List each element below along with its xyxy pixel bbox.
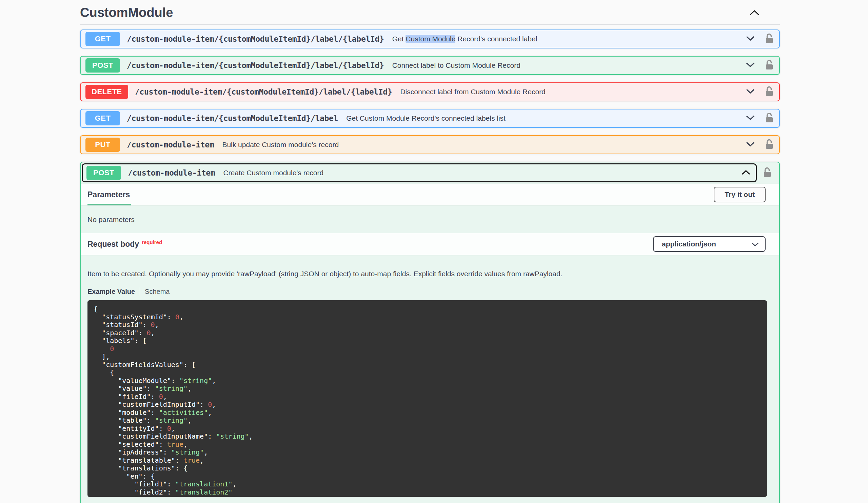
method-badge: DELETE	[85, 85, 128, 99]
authorize-button[interactable]	[765, 60, 774, 72]
operation-row[interactable]: GET /custom-module-item/{customModuleIte…	[80, 30, 780, 49]
section-collapse-button[interactable]	[748, 9, 761, 18]
chevron-down-icon	[746, 62, 755, 69]
content-type-value: application/json	[662, 240, 716, 248]
content-type-select[interactable]: application/json	[653, 236, 766, 252]
chevron-up-icon	[742, 170, 750, 176]
operation-description: Connect label to Custom Module Record	[392, 61, 520, 70]
unlock-icon	[763, 167, 772, 179]
description-text: Get	[392, 35, 406, 43]
method-badge: PUT	[85, 138, 120, 152]
unlock-icon	[765, 33, 774, 45]
parameters-tab[interactable]: Parameters	[87, 184, 130, 206]
authorize-button[interactable]	[765, 113, 774, 124]
parameters-header: Parameters Try it out	[81, 184, 779, 206]
tab-example-value[interactable]: Example Value	[87, 288, 135, 295]
method-badge: GET	[85, 32, 120, 46]
endpoint-path: /custom-module-item	[128, 168, 215, 177]
operation-row[interactable]: DELETE /custom-module-item/{customModule…	[80, 82, 780, 101]
operation-description: Disconnect label from Custom Module Reco…	[400, 88, 545, 96]
expand-operation-button[interactable]	[746, 62, 755, 69]
request-body-header: Request body required application/json	[81, 233, 779, 255]
authorize-button[interactable]	[765, 33, 774, 45]
endpoint-path: /custom-module-item/{customModuleItemId}…	[135, 87, 392, 96]
collapse-operation-button[interactable]: POST /custom-module-item Create Custom m…	[82, 164, 757, 182]
operation-expanded: POST /custom-module-item Create Custom m…	[80, 162, 780, 503]
unlock-icon	[765, 139, 774, 151]
unlock-icon	[765, 113, 774, 124]
method-badge: GET	[85, 111, 120, 125]
endpoint-path: /custom-module-item	[127, 140, 214, 149]
expand-operation-button[interactable]	[746, 36, 755, 42]
operation-summary: POST /custom-module-item Create Custom m…	[81, 163, 779, 182]
example-code[interactable]: { "statusSystemId": 0, "statusId": 0, "s…	[87, 300, 767, 497]
example-tabs: Example Value Schema	[87, 287, 767, 295]
chevron-up-icon	[749, 12, 760, 17]
operation-description: Bulk update Custom module's record	[222, 141, 339, 149]
method-badge: POST	[86, 166, 121, 180]
tab-schema[interactable]: Schema	[145, 288, 169, 295]
authorize-button[interactable]	[765, 86, 774, 98]
chevron-down-icon	[746, 36, 755, 42]
operation-description: Get Custom Module Record's connected lab…	[346, 114, 506, 122]
authorize-button[interactable]	[763, 167, 772, 179]
endpoint-path: /custom-module-item/{customModuleItemId}…	[127, 114, 338, 123]
operation-row[interactable]: GET /custom-module-item/{customModuleIte…	[80, 109, 780, 128]
authorize-button[interactable]	[765, 139, 774, 151]
search-highlight: Custom Module	[405, 35, 455, 43]
required-badge: required	[142, 239, 162, 245]
operation-row[interactable]: PUT /custom-module-item Bulk update Cust…	[80, 135, 780, 154]
description-text: Record's connected label	[455, 35, 537, 43]
unlock-icon	[765, 60, 774, 72]
section-title: CustomModule	[80, 0, 780, 20]
tab-separator	[140, 287, 140, 295]
endpoint-path: /custom-module-item/{customModuleItemId}…	[127, 61, 384, 70]
request-body-description: Item to be created. Optionally you may p…	[87, 270, 767, 278]
no-parameters-text: No parameters	[81, 206, 779, 233]
operation-description: Create Custom module's record	[223, 169, 323, 177]
chevron-down-icon	[746, 115, 755, 121]
endpoint-path: /custom-module-item/{customModuleItemId}…	[127, 34, 384, 43]
section-header: CustomModule	[80, 0, 780, 25]
method-badge: POST	[85, 58, 120, 73]
expand-operation-button[interactable]	[746, 89, 755, 95]
expand-operation-button[interactable]	[746, 115, 755, 121]
operation-description: Get Custom Module Record's connected lab…	[392, 35, 537, 43]
unlock-icon	[765, 86, 774, 98]
api-section: CustomModule GET /custom-module-item/{cu…	[80, 0, 780, 503]
expand-operation-button[interactable]	[746, 142, 755, 148]
chevron-down-icon	[746, 89, 755, 95]
operation-row[interactable]: POST /custom-module-item/{customModuleIt…	[80, 56, 780, 75]
request-body-label: Request body	[87, 240, 139, 249]
try-it-out-button[interactable]: Try it out	[714, 187, 766, 202]
chevron-down-icon	[746, 142, 755, 148]
request-body-content: Item to be created. Optionally you may p…	[81, 270, 779, 497]
